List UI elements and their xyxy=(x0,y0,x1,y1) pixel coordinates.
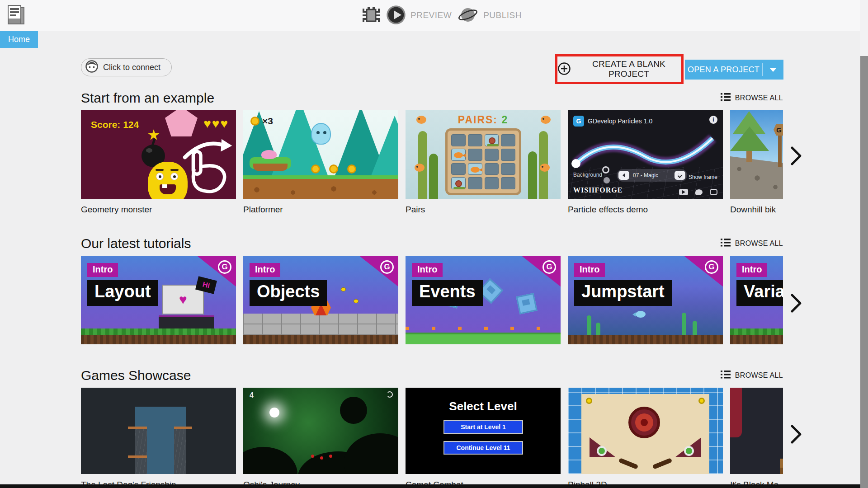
glow-character xyxy=(269,408,279,418)
section-examples: Start from an example BROWSE ALL Score: … xyxy=(81,89,783,215)
game-card-block-ma[interactable]: BLOCKS xyxy=(730,388,783,474)
browse-all-tutorials[interactable]: BROWSE ALL xyxy=(721,239,783,249)
browse-all-examples[interactable]: BROWSE ALL xyxy=(721,93,783,103)
coin-icon xyxy=(311,164,320,174)
ground-strip xyxy=(406,333,561,344)
list-icon xyxy=(721,93,731,103)
checkbox-icon xyxy=(677,174,683,180)
platform-ledge xyxy=(174,427,192,429)
game-card-oshi[interactable]: 4 xyxy=(243,388,398,474)
fish xyxy=(416,116,426,124)
tutorial-card-layout[interactable]: ♥ Hi G Intro Layout xyxy=(81,256,236,344)
seaweed xyxy=(429,154,438,199)
comet-combat-thumbnail: Select Level Start at Level 1 Continue L… xyxy=(406,388,561,474)
coin-icon xyxy=(329,164,338,174)
heart-sprite: ♥ xyxy=(179,292,187,307)
create-blank-project-label: CREATE A BLANK PROJECT xyxy=(576,59,681,79)
seaweed xyxy=(596,323,600,336)
open-project-label: OPEN A PROJECT xyxy=(685,65,762,75)
preview-button[interactable]: PREVIEW xyxy=(386,5,452,26)
particles-thumbnail: G GDevelop Particles 1.0 i Background 07… xyxy=(568,110,723,199)
pinball-thumbnail xyxy=(568,388,723,474)
example-card-downhill[interactable]: G xyxy=(730,110,783,199)
tile xyxy=(468,149,482,161)
create-blank-project-button[interactable]: CREATE A BLANK PROJECT xyxy=(555,54,684,84)
chevron-down-icon xyxy=(769,68,777,72)
prev-icon xyxy=(618,171,629,180)
social-icons xyxy=(679,189,717,195)
project-manager-icon[interactable] xyxy=(6,4,26,29)
connect-button[interactable]: Click to connect xyxy=(81,58,172,76)
fish xyxy=(454,152,463,158)
pairs-board xyxy=(445,128,521,195)
silhouette xyxy=(344,433,398,474)
fish xyxy=(415,164,425,172)
scroll-right-tutorials[interactable] xyxy=(790,293,802,315)
tab-home[interactable]: Home xyxy=(0,31,38,48)
lamp xyxy=(586,398,592,404)
example-card-pairs[interactable]: PAIRS: 2 xyxy=(406,110,561,199)
pairs-thumbnail: PAIRS: 2 xyxy=(406,110,561,199)
gdevelop-logo: G xyxy=(542,260,556,274)
lost-dog-thumbnail xyxy=(81,388,236,474)
downhill-thumbnail: G xyxy=(730,110,783,199)
background-label: Background xyxy=(573,172,602,178)
dirt-strip xyxy=(81,335,236,344)
example-card-platformer[interactable]: ×3 xyxy=(243,110,398,199)
tutorial-card-variables[interactable]: +1 G Intro Variab xyxy=(730,256,783,344)
seaweed xyxy=(528,151,537,199)
example-card-particles[interactable]: G GDevelop Particles 1.0 i Background 07… xyxy=(568,110,723,199)
section-tutorials: Our latest tutorials BROWSE ALL ♥ Hi xyxy=(81,234,783,344)
scroll-right-examples[interactable] xyxy=(790,145,802,168)
slime-enemy xyxy=(261,150,277,159)
scrollbar-thumb[interactable] xyxy=(860,56,868,488)
debug-button[interactable] xyxy=(362,5,381,27)
section-title: Start from an example xyxy=(81,90,214,106)
tile-revealed xyxy=(451,149,466,161)
list-icon xyxy=(721,371,731,380)
examples-strip: Score: 124 ♥♥♥ xyxy=(81,110,783,199)
bullseye-target xyxy=(628,407,660,438)
snail xyxy=(455,180,462,187)
example-card-geometry-monster[interactable]: Score: 124 ♥♥♥ xyxy=(81,110,236,199)
monster-mouth xyxy=(160,184,176,194)
play-icon xyxy=(386,5,406,26)
publish-button[interactable]: PUBLISH xyxy=(457,5,522,26)
game-card-pinball[interactable] xyxy=(568,388,723,474)
card-label: Pairs xyxy=(406,205,561,215)
gdevelop-logo: G xyxy=(573,116,584,127)
intro-badge: Intro xyxy=(87,263,118,277)
tutorial-card-objects[interactable]: G Intro Objects xyxy=(243,256,398,344)
spike-dot xyxy=(311,455,314,458)
tutorial-thumbnail: ♥ Hi G Intro Layout xyxy=(81,256,236,344)
game-card-lost-dog[interactable] xyxy=(81,388,236,474)
examples-labels: Geometry monster Platformer Pairs Partic… xyxy=(81,205,783,215)
tutorial-card-jumpstart[interactable]: G Intro Jumpstart xyxy=(568,256,723,344)
open-project-dropdown[interactable] xyxy=(763,68,783,72)
tile xyxy=(451,134,466,146)
pairs-header: PAIRS: 2 xyxy=(406,114,561,126)
dirt-strip xyxy=(568,335,723,344)
scroll-right-showcase[interactable] xyxy=(790,424,802,446)
hearts-icons: ♥♥♥ xyxy=(203,117,229,131)
color-toggle xyxy=(604,177,610,183)
scrollbar-track[interactable] xyxy=(860,0,868,488)
browse-all-showcase[interactable]: BROWSE ALL xyxy=(721,371,783,380)
silhouette xyxy=(340,397,367,424)
showcase-strip: 4 Select Level Start at Level 1 Continue… xyxy=(81,388,783,474)
tutorial-card-events[interactable]: G Intro Events xyxy=(406,256,561,344)
fish-sprite xyxy=(636,311,646,318)
card-label: Geometry monster xyxy=(81,205,236,215)
tutorial-thumbnail: G Intro Objects xyxy=(243,256,398,344)
fish xyxy=(541,116,551,124)
demo-title: GDevelop Particles 1.0 xyxy=(588,117,652,125)
bumper xyxy=(684,446,694,456)
open-project-button[interactable]: OPEN A PROJECT xyxy=(685,60,783,80)
start-level-button: Start at Level 1 xyxy=(443,420,523,434)
tile xyxy=(485,163,499,175)
game-card-comet-combat[interactable]: Select Level Start at Level 1 Continue L… xyxy=(406,388,561,474)
bee-sprite xyxy=(341,287,346,291)
stone-wall xyxy=(243,314,398,335)
section-title: Our latest tutorials xyxy=(81,236,191,251)
restart-icon xyxy=(387,391,393,398)
